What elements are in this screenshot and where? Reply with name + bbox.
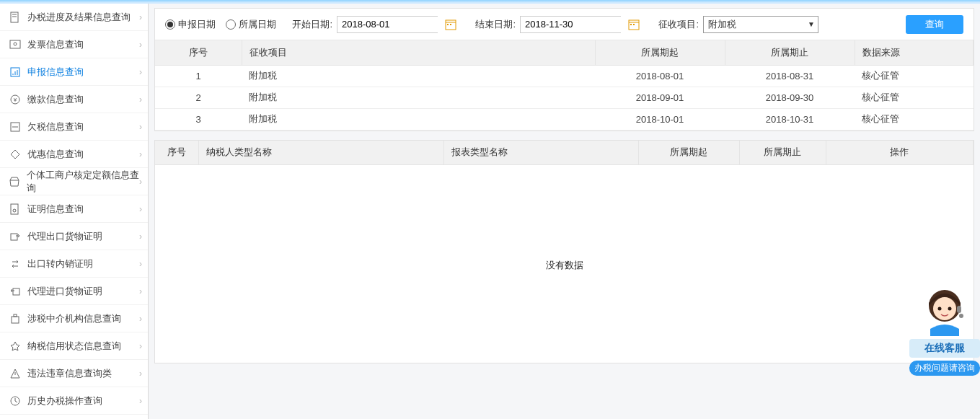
export-icon — [9, 230, 22, 243]
sidebar-item-label: 历史办税操作查询 — [27, 394, 102, 407]
sidebar-item-label: 出口转内销证明 — [27, 257, 93, 270]
sidebar-item-export-agent[interactable]: 代理出口货物证明 › — [0, 223, 148, 250]
chevron-right-icon: › — [139, 231, 142, 242]
sidebar-item-intermediary[interactable]: 涉税中介机构信息查询 › — [0, 305, 148, 332]
calendar-icon[interactable] — [442, 16, 459, 33]
col2-report: 报表类型名称 — [443, 141, 638, 165]
sidebar-item-individual[interactable]: 个体工商户核定定额信息查询 › — [0, 168, 148, 195]
radio-icon — [226, 19, 236, 30]
cell-to: 2018-09-30 — [725, 87, 855, 108]
project-label: 征收项目: — [655, 18, 699, 31]
discount-icon — [9, 148, 22, 161]
col2-taxpayer: 纳税人类型名称 — [198, 141, 443, 165]
table-row[interactable]: 1附加税2018-08-012018-08-31核心征管 — [155, 65, 974, 87]
cert-icon — [9, 203, 22, 216]
svg-point-14 — [13, 209, 16, 212]
chevron-right-icon: › — [139, 369, 142, 379]
calendar-icon[interactable] — [625, 16, 643, 33]
sidebar-item-arrears[interactable]: 欠税信息查询 › — [0, 113, 148, 141]
chevron-right-icon: › — [139, 122, 142, 132]
cell-to: 2018-08-31 — [725, 65, 855, 87]
svg-rect-33 — [957, 306, 961, 313]
sidebar-item-label: 纳税信用状态信息查询 — [27, 340, 121, 353]
chevron-right-icon: › — [139, 12, 142, 22]
table-row[interactable]: 3附加税2018-10-012018-10-31核心征管 — [155, 108, 974, 130]
main-content: 申报日期 所属日期 开始日期: — [149, 4, 980, 419]
sidebar-item-declare[interactable]: 申报信息查询 › — [0, 58, 148, 86]
svg-text:¥: ¥ — [13, 97, 17, 103]
table-row[interactable]: 2附加税2018-09-012018-09-30核心征管 — [155, 87, 974, 108]
sidebar-item-label: 违法违章信息查询类 — [27, 367, 112, 380]
svg-rect-3 — [10, 40, 20, 48]
cell-src: 核心征管 — [855, 65, 974, 87]
sidebar-item-payment[interactable]: ¥ 缴款信息查询 › — [0, 86, 148, 113]
shop-icon — [9, 175, 21, 188]
chevron-right-icon: › — [139, 67, 142, 77]
col2-op: 操作 — [826, 141, 974, 165]
sidebar-item-label: 代理进口货物证明 — [27, 285, 102, 298]
svg-point-32 — [948, 307, 952, 311]
radio-label: 所属日期 — [239, 18, 276, 31]
sidebar-item-discount[interactable]: 优惠信息查询 › — [0, 141, 148, 168]
sidebar-item-certificate[interactable]: 证明信息查询 › — [0, 195, 148, 223]
radio-period-date[interactable]: 所属日期 — [226, 18, 276, 31]
sidebar-item-export-domestic[interactable]: 出口转内销证明 › — [0, 250, 148, 278]
col2-from: 所属期起 — [638, 141, 739, 165]
cell-seq: 3 — [155, 108, 242, 130]
radio-icon — [165, 19, 175, 30]
sidebar-item-label: 涉税中介机构信息查询 — [27, 312, 121, 325]
cell-proj: 附加税 — [242, 108, 595, 130]
project-select[interactable]: 附加税 ▼ — [703, 16, 818, 33]
report-icon — [9, 66, 22, 79]
chevron-right-icon: › — [139, 204, 142, 214]
pay-icon: ¥ — [9, 93, 22, 106]
col-to: 所属期止 — [725, 40, 855, 65]
support-subtitle: 办税问题请咨询 — [909, 361, 980, 376]
sidebar-item-label: 优惠信息查询 — [27, 148, 84, 161]
sidebar-item-label: 缴款信息查询 — [27, 93, 84, 106]
support-widget[interactable]: 在线客服 办税问题请咨询 — [909, 286, 980, 376]
sidebar-item-credit[interactable]: 纳税信用状态信息查询 › — [0, 332, 148, 360]
radio-label: 申报日期 — [178, 18, 216, 31]
col-proj: 征收项目 — [242, 40, 595, 65]
org-icon — [9, 312, 22, 325]
sidebar-item-label: 申报信息查询 — [27, 66, 84, 79]
chevron-right-icon: › — [139, 40, 142, 50]
svg-rect-0 — [11, 12, 18, 22]
chevron-right-icon: › — [139, 259, 142, 269]
sidebar: 办税进度及结果信息查询 › 发票信息查询 › 申报信息查询 › ¥ 缴款信息查询… — [0, 4, 149, 419]
chevron-right-icon: › — [139, 149, 142, 159]
start-date-label: 开始日期: — [289, 18, 332, 31]
svg-rect-24 — [450, 24, 451, 25]
sidebar-item-label: 代理出口货物证明 — [27, 230, 102, 243]
cell-to: 2018-10-31 — [725, 108, 855, 130]
cell-src: 核心征管 — [855, 108, 974, 130]
svg-point-31 — [938, 307, 942, 311]
warn-icon — [9, 367, 22, 380]
col-seq: 序号 — [155, 40, 242, 65]
arrears-icon — [9, 120, 22, 133]
sidebar-item-invoice[interactable]: 发票信息查询 › — [0, 31, 148, 58]
sidebar-item-violation[interactable]: 违法违章信息查询类 › — [0, 360, 148, 387]
sidebar-item-label: 欠税信息查询 — [27, 120, 84, 133]
chevron-right-icon: › — [139, 177, 142, 187]
sidebar-item-history[interactable]: 历史办税操作查询 › — [0, 387, 148, 415]
cell-seq: 1 — [155, 65, 242, 87]
chevron-right-icon: › — [139, 286, 142, 296]
start-date-input[interactable] — [337, 16, 438, 33]
svg-rect-27 — [630, 24, 632, 25]
svg-rect-17 — [12, 317, 19, 323]
radio-declare-date[interactable]: 申报日期 — [165, 18, 216, 31]
invoice-icon — [9, 38, 22, 51]
sidebar-item-import-agent[interactable]: 代理进口货物证明 › — [0, 278, 148, 305]
chevron-right-icon: › — [139, 396, 142, 406]
convert-icon — [9, 257, 22, 270]
col-from: 所属期起 — [595, 40, 725, 65]
sidebar-item-label: 个体工商户核定定额信息查询 — [27, 169, 139, 195]
sidebar-item-progress[interactable]: 办税进度及结果信息查询 › — [0, 4, 148, 31]
chevron-down-icon: ▼ — [808, 20, 815, 28]
col2-seq: 序号 — [155, 141, 198, 165]
query-button[interactable]: 查询 — [906, 15, 963, 34]
star-icon — [9, 340, 22, 353]
end-date-input[interactable] — [520, 16, 621, 33]
